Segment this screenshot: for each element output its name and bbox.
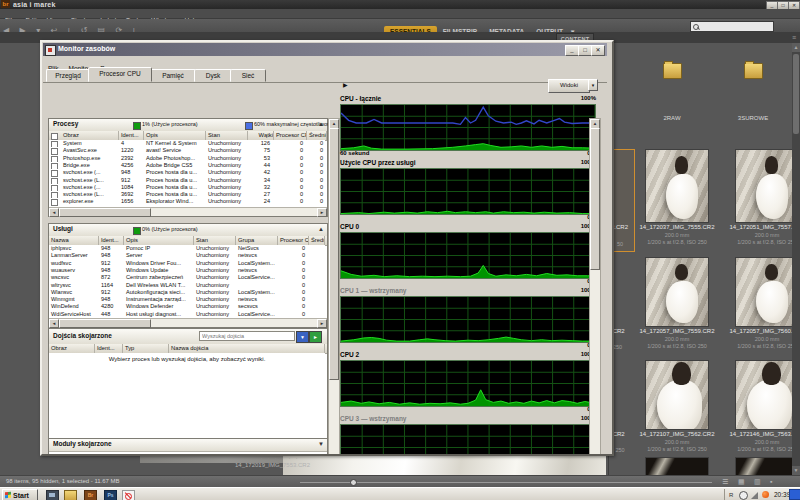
resmon-tab-pamięć[interactable]: Pamięć bbox=[150, 69, 196, 82]
panel-scrollbar[interactable]: ▲ ▼ bbox=[792, 43, 800, 475]
service-row[interactable]: iphlpsvc948Pomoc IPUruchomionyNetSvcs0 bbox=[49, 245, 325, 252]
service-row[interactable]: Wlansvc912Autokonfiguracja sieci...Uruch… bbox=[49, 289, 325, 296]
column-header-Opis[interactable]: Opis bbox=[144, 131, 206, 140]
service-row[interactable]: LanmanServer948ServerUruchomionynetsvcs0 bbox=[49, 252, 325, 259]
bridge-quicklaunch-icon[interactable]: Br bbox=[84, 490, 97, 500]
search-options-icon[interactable]: ▼ bbox=[296, 331, 309, 343]
show-desktop-icon[interactable] bbox=[46, 490, 59, 500]
collapse-icon[interactable]: ▲ bbox=[318, 121, 324, 127]
service-row[interactable]: WdiServiceHost448Host usługi diagnost...… bbox=[49, 311, 325, 318]
column-header-3[interactable]: Nazwa dojścia bbox=[169, 344, 325, 353]
photo-thumbnail-partial[interactable] bbox=[736, 458, 798, 475]
scroll-down-icon[interactable]: ▼ bbox=[792, 466, 800, 475]
service-row[interactable]: wscsvc872Centrum zabezpieczeńUruchomiony… bbox=[49, 274, 325, 281]
tray-app-icon[interactable]: R bbox=[729, 491, 733, 499]
search-input[interactable] bbox=[690, 21, 774, 32]
process-row[interactable]: Bridge.exe4256Adobe Bridge CS5Uruchomion… bbox=[49, 162, 325, 169]
photo-thumbnail-partial[interactable] bbox=[646, 458, 708, 475]
tray-avast-icon[interactable] bbox=[762, 491, 769, 498]
photoshop-quicklaunch-icon[interactable]: Ps bbox=[104, 490, 117, 500]
vscroll-thumb[interactable] bbox=[590, 128, 600, 270]
view-list-icon[interactable]: ☰ bbox=[722, 478, 728, 486]
modules-header[interactable]: Moduły skojarzone ▼ bbox=[49, 439, 327, 452]
view-compact-icon[interactable]: ▪ bbox=[770, 478, 772, 486]
column-header-Wątki[interactable]: Wątki bbox=[248, 131, 274, 140]
folder-icon-3surowe[interactable] bbox=[744, 63, 763, 79]
process-row[interactable]: svchost.exe (L...912Proces hosta dla u..… bbox=[49, 177, 325, 184]
scroll-right-icon[interactable]: ► bbox=[317, 319, 327, 328]
handles-search-input[interactable] bbox=[199, 331, 295, 341]
left-pane-scrollbar[interactable]: ▲ ▼ bbox=[328, 118, 340, 456]
column-header-Stan[interactable]: Stan bbox=[194, 236, 236, 245]
photo-thumbnail[interactable] bbox=[736, 361, 798, 429]
resmon-tab-sieć[interactable]: Sieć bbox=[230, 69, 266, 82]
views-dropdown-icon[interactable]: ▾ bbox=[588, 79, 598, 91]
photo-thumbnail[interactable] bbox=[646, 258, 708, 326]
column-header-Obraz[interactable]: Obraz bbox=[61, 131, 119, 140]
process-row[interactable]: svchost.exe (L...3692Proces hosta dla u.… bbox=[49, 191, 325, 198]
views-button[interactable]: Widoki bbox=[548, 79, 590, 93]
resmon-tab-przegląd[interactable]: Przegląd bbox=[46, 69, 90, 82]
column-header-Opis[interactable]: Opis bbox=[124, 236, 194, 245]
service-row[interactable]: wudfsvc912Windows Driver Fou...Uruchomio… bbox=[49, 260, 325, 267]
volume-muted-icon[interactable] bbox=[122, 490, 135, 500]
vscroll-thumb[interactable] bbox=[329, 128, 339, 380]
process-row[interactable]: svchost.exe (...948Proces hosta dla u...… bbox=[49, 169, 325, 176]
collapse-icon[interactable]: ▲ bbox=[318, 226, 324, 232]
scroll-left-icon[interactable]: ◄ bbox=[49, 208, 59, 217]
service-row[interactable]: wltrysvc1164Dell Wireless WLAN T...Uruch… bbox=[49, 282, 325, 289]
column-header-Średnie[interactable]: Średnie bbox=[309, 236, 325, 245]
column-header-Ident[interactable]: Ident... bbox=[99, 236, 124, 245]
service-row[interactable]: WinDefend4280Windows DefenderUruchomiony… bbox=[49, 303, 325, 310]
resmon-close-button[interactable]: ✕ bbox=[591, 45, 605, 56]
column-header-Stan[interactable]: Stan bbox=[206, 131, 248, 140]
tray-clock-icon[interactable] bbox=[739, 491, 748, 500]
process-row[interactable]: AvastSvc.exe1220avast! ServiceUruchomion… bbox=[49, 147, 325, 154]
folder-quicklaunch-icon[interactable] bbox=[64, 490, 77, 500]
select-all-checkbox[interactable] bbox=[51, 133, 58, 140]
scrollbar-thumb[interactable] bbox=[793, 54, 799, 134]
panel-menu-icon[interactable]: ≡ bbox=[792, 34, 796, 42]
view-grid-icon[interactable]: ▦ bbox=[738, 478, 745, 486]
handles-header[interactable]: Dojścia skojarzone ▼ ► bbox=[49, 329, 327, 345]
view-details-icon[interactable]: ▥ bbox=[754, 478, 761, 486]
photo-thumbnail[interactable] bbox=[736, 150, 798, 222]
photo-thumbnail[interactable] bbox=[646, 150, 708, 222]
column-header-Średnieuży[interactable]: Średnie uży... bbox=[307, 131, 327, 140]
scroll-right-icon[interactable]: ► bbox=[317, 208, 327, 217]
column-header-Grupa[interactable]: Grupa bbox=[236, 236, 278, 245]
start-button[interactable]: Start bbox=[2, 489, 38, 500]
processes-hscrollbar[interactable]: ◄ ► bbox=[49, 207, 327, 216]
tray-signal-icon[interactable] bbox=[751, 492, 758, 499]
scroll-left-icon[interactable]: ◄ bbox=[49, 319, 59, 328]
resmon-tab-procesor-cpu[interactable]: Procesor CPU bbox=[88, 67, 152, 82]
search-go-icon[interactable]: ► bbox=[309, 331, 322, 343]
service-row[interactable]: Winmgmt948Instrumentacja zarząd...Urucho… bbox=[49, 296, 325, 303]
hscroll-thumb[interactable] bbox=[59, 208, 151, 217]
expand-icon[interactable]: ▼ bbox=[318, 441, 324, 447]
resmon-maximize-button[interactable]: □ bbox=[578, 45, 592, 56]
column-header-Ident[interactable]: Ident... bbox=[119, 131, 144, 140]
expand-icon[interactable]: ▶ bbox=[343, 81, 348, 88]
column-header-0[interactable]: Obraz bbox=[49, 344, 95, 353]
column-header-ProcesorCPU[interactable]: Procesor CPU bbox=[274, 131, 307, 140]
resmon-minimize-button[interactable]: _ bbox=[565, 45, 579, 56]
process-row[interactable]: System4NT Kernel & SystemUruchomiony1260… bbox=[49, 140, 325, 147]
hscroll-thumb[interactable] bbox=[59, 319, 151, 328]
right-pane-scrollbar[interactable]: ▲ ▼ bbox=[589, 118, 601, 456]
services-hscrollbar[interactable]: ◄ ► bbox=[49, 318, 327, 327]
service-row[interactable]: wuauserv948Windows UpdateUruchomionynets… bbox=[49, 267, 325, 274]
process-row[interactable]: Photoshop.exe2392Adobe Photoshop...Uruch… bbox=[49, 155, 325, 162]
photo-thumbnail[interactable] bbox=[646, 361, 708, 429]
column-header-ProcesorCPU[interactable]: Procesor CPU bbox=[278, 236, 309, 245]
column-header-Nazwa[interactable]: Nazwa bbox=[49, 236, 99, 245]
tray-language-indicator[interactable] bbox=[789, 489, 800, 500]
folder-icon-2raw[interactable] bbox=[663, 63, 682, 79]
thumbnail-size-slider[interactable] bbox=[300, 482, 712, 483]
photo-thumbnail[interactable] bbox=[736, 258, 798, 326]
row-checkbox[interactable] bbox=[51, 199, 58, 206]
slider-knob[interactable] bbox=[350, 479, 357, 486]
column-header-2[interactable]: Typ bbox=[123, 344, 169, 353]
scroll-up-icon[interactable]: ▲ bbox=[792, 43, 800, 52]
resmon-title-bar[interactable]: Monitor zasobów _ □ ✕ bbox=[43, 43, 607, 56]
